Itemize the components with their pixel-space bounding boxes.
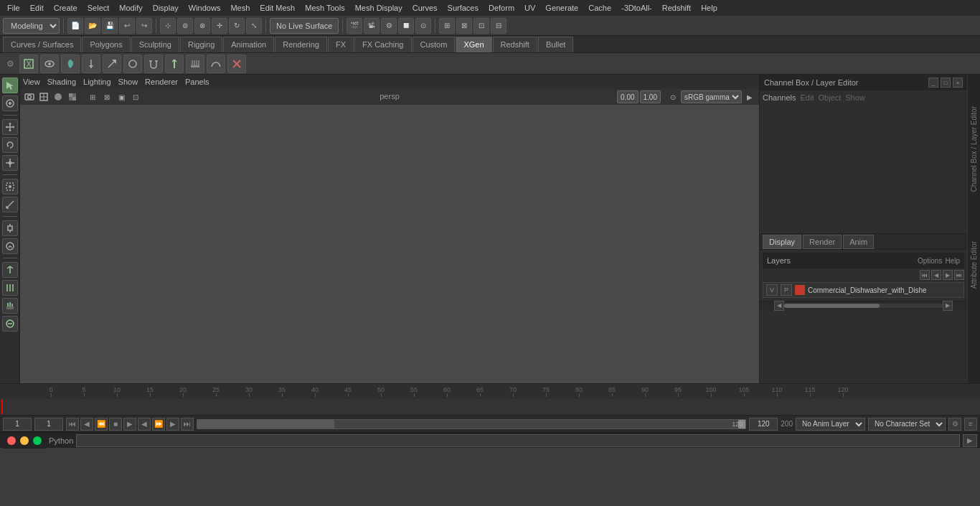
lasso-btn[interactable]: ⊚ bbox=[177, 18, 193, 34]
rp-close-btn[interactable]: × bbox=[953, 78, 963, 88]
next-key-btn[interactable]: ⏩ bbox=[152, 418, 165, 431]
vp-expand-icon[interactable]: ▶ bbox=[743, 90, 756, 103]
channel-box-edge-tab[interactable]: Channel Box / Layer Editor bbox=[969, 103, 979, 195]
prev-key-btn[interactable]: ⏪ bbox=[95, 418, 108, 431]
timeline-slider[interactable]: 120 bbox=[197, 419, 746, 429]
shelf-eye-icon[interactable] bbox=[40, 55, 59, 73]
scroll-right-btn[interactable]: ▶ bbox=[943, 301, 953, 311]
redo-btn[interactable]: ↪ bbox=[136, 18, 152, 34]
shelf-magnet-icon[interactable] bbox=[144, 55, 163, 73]
menu-deform[interactable]: Deform bbox=[484, 2, 519, 14]
new-file-btn[interactable]: 📄 bbox=[67, 18, 83, 34]
shelf-comb-icon[interactable] bbox=[186, 55, 204, 73]
layer-playback-btn[interactable]: P bbox=[781, 284, 792, 296]
xgen-tool-2[interactable] bbox=[2, 280, 18, 296]
menu-uv[interactable]: UV bbox=[520, 2, 540, 14]
measure-tool[interactable] bbox=[2, 197, 18, 212]
xgen-tool-1[interactable] bbox=[2, 262, 18, 278]
mode-dropdown[interactable]: Modeling bbox=[3, 18, 60, 34]
paint-select-tool[interactable] bbox=[2, 95, 18, 111]
vp-grid-icon[interactable]: ⊞ bbox=[86, 90, 99, 103]
menu-mesh-tools[interactable]: Mesh Tools bbox=[301, 2, 349, 14]
tab-animation[interactable]: Animation bbox=[223, 37, 274, 52]
menu-edit-mesh[interactable]: Edit Mesh bbox=[255, 2, 299, 14]
menu-modify[interactable]: Modify bbox=[115, 2, 146, 14]
tab-xgen[interactable]: XGen bbox=[456, 37, 491, 52]
layout-btn-4[interactable]: ⊟ bbox=[491, 18, 507, 34]
edit-tab[interactable]: Edit bbox=[800, 93, 814, 102]
vp-wireframe-icon[interactable] bbox=[37, 90, 50, 103]
python-input[interactable] bbox=[76, 434, 960, 447]
shelf-gravity-icon[interactable] bbox=[82, 55, 100, 73]
shelf-sphere-icon[interactable] bbox=[123, 55, 142, 73]
timeline-bar[interactable] bbox=[0, 398, 980, 415]
layer-last-btn[interactable]: ⏭ bbox=[954, 270, 964, 280]
rp-tab-render[interactable]: Render bbox=[803, 235, 842, 249]
maximize-btn[interactable] bbox=[33, 436, 42, 445]
sculpt-tool[interactable] bbox=[2, 238, 18, 254]
vp-coord-y[interactable]: 1.00 bbox=[640, 90, 661, 103]
shelf-xgen-icon[interactable]: X bbox=[19, 55, 38, 73]
char-set-settings-btn[interactable]: ⚙ bbox=[948, 418, 961, 431]
vp-coord-x[interactable]: 0.00 bbox=[617, 90, 638, 103]
tab-redshift[interactable]: Redshift bbox=[493, 37, 537, 52]
vp-menu-renderer[interactable]: Renderer bbox=[145, 78, 178, 86]
layers-help[interactable]: Help bbox=[945, 257, 960, 265]
menu-display[interactable]: Display bbox=[149, 2, 183, 14]
vp-menu-panels[interactable]: Panels bbox=[185, 78, 209, 86]
menu-cache[interactable]: Cache bbox=[584, 2, 616, 14]
tab-polygons[interactable]: Polygons bbox=[82, 37, 130, 52]
render-seq-btn[interactable]: 📽 bbox=[364, 18, 380, 34]
xgen-tool-3[interactable] bbox=[2, 298, 18, 314]
shelf-arrow-icon[interactable] bbox=[103, 55, 121, 73]
char-set-extra-btn[interactable]: ≡ bbox=[964, 418, 977, 431]
rp-tab-display[interactable]: Display bbox=[763, 235, 801, 249]
shelf-spline-icon[interactable] bbox=[207, 55, 225, 73]
xgen-tool-4[interactable] bbox=[2, 316, 18, 332]
render-opts-btn[interactable]: ⚙ bbox=[381, 18, 397, 34]
menu-curves[interactable]: Curves bbox=[408, 2, 442, 14]
shelf-leaf-icon[interactable] bbox=[61, 55, 80, 73]
menu-mesh-display[interactable]: Mesh Display bbox=[351, 2, 407, 14]
menu-select[interactable]: Select bbox=[83, 2, 114, 14]
rp-float-btn[interactable]: □ bbox=[941, 78, 951, 88]
minimize-btn[interactable] bbox=[20, 436, 29, 445]
no-char-set-dropdown[interactable]: No Character Set bbox=[868, 418, 946, 431]
paint-btn[interactable]: ⊗ bbox=[194, 18, 210, 34]
prev-frame-btn[interactable]: ◀ bbox=[80, 418, 93, 431]
play-end-btn[interactable]: ⏭ bbox=[181, 418, 194, 431]
python-run-btn[interactable]: ▶ bbox=[963, 434, 977, 447]
next-frame-btn[interactable]: ▶ bbox=[166, 418, 179, 431]
render-btn[interactable]: 🎬 bbox=[347, 18, 362, 34]
vp-resolution-icon[interactable]: ▣ bbox=[115, 90, 128, 103]
play-btn[interactable]: ▶ bbox=[123, 418, 136, 431]
tab-fx[interactable]: FX bbox=[328, 37, 354, 52]
render-view-btn[interactable]: 🔲 bbox=[398, 18, 414, 34]
layers-options[interactable]: Options bbox=[918, 257, 942, 265]
move-tool[interactable] bbox=[2, 119, 18, 135]
sphere-btn[interactable]: ⊙ bbox=[415, 18, 431, 34]
start-frame-input[interactable] bbox=[34, 418, 63, 431]
shelf-settings-icon[interactable]: ⚙ bbox=[3, 57, 17, 71]
tab-curves-surfaces[interactable]: Curves / Surfaces bbox=[3, 37, 81, 52]
rotate-btn[interactable]: ↻ bbox=[229, 18, 245, 34]
menu-windows[interactable]: Windows bbox=[184, 2, 225, 14]
play-reverse-btn[interactable]: ◀ bbox=[138, 418, 151, 431]
no-anim-layer-dropdown[interactable]: No Anim Layer bbox=[796, 418, 865, 431]
scroll-left-btn[interactable]: ◀ bbox=[774, 301, 784, 311]
snap-tool[interactable] bbox=[2, 179, 18, 195]
menu-help[interactable]: Help bbox=[697, 2, 722, 14]
menu-mesh[interactable]: Mesh bbox=[226, 2, 254, 14]
layer-next-btn[interactable]: ▶ bbox=[943, 270, 953, 280]
rp-tab-anim[interactable]: Anim bbox=[843, 235, 874, 249]
close-btn[interactable] bbox=[7, 436, 16, 445]
shelf-delete-icon[interactable] bbox=[227, 55, 246, 73]
tab-fx-caching[interactable]: FX Caching bbox=[354, 37, 411, 52]
layout-btn-2[interactable]: ⊠ bbox=[456, 18, 472, 34]
layer-first-btn[interactable]: ⏮ bbox=[920, 270, 930, 280]
transform-tool[interactable] bbox=[2, 220, 18, 236]
vp-menu-shading[interactable]: Shading bbox=[47, 78, 76, 86]
menu-create[interactable]: Create bbox=[50, 2, 82, 14]
tab-sculpting[interactable]: Sculpting bbox=[131, 37, 179, 52]
tab-rendering[interactable]: Rendering bbox=[275, 37, 327, 52]
